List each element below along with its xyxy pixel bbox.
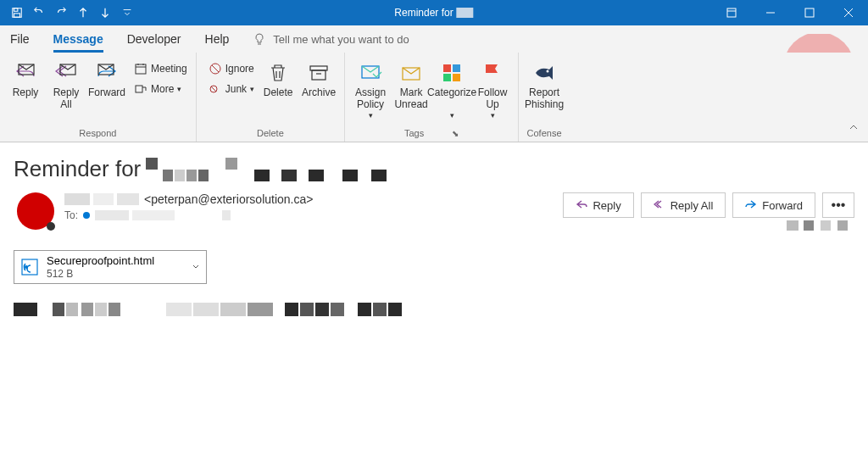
svg-rect-61 xyxy=(373,303,387,316)
svg-rect-50 xyxy=(95,303,107,316)
svg-rect-40 xyxy=(787,220,798,231)
forward-pill[interactable]: Forward xyxy=(732,192,815,218)
delete-icon xyxy=(266,59,290,86)
reply-all-icon xyxy=(654,198,665,213)
tell-me-search[interactable]: Tell me what you want to do xyxy=(253,32,409,46)
svg-rect-24 xyxy=(163,170,173,181)
svg-rect-23 xyxy=(146,158,158,170)
svg-rect-51 xyxy=(108,303,120,316)
svg-rect-3 xyxy=(14,8,18,12)
forward-button[interactable]: Forward xyxy=(86,56,127,98)
svg-rect-58 xyxy=(315,303,329,316)
email-header: <peterpan@exteriorsolution.ca> To: Reply… xyxy=(14,192,854,230)
svg-rect-19 xyxy=(453,64,460,72)
redacted-block xyxy=(457,8,474,18)
reply-icon xyxy=(576,198,587,213)
svg-rect-5 xyxy=(727,8,736,17)
svg-rect-6 xyxy=(805,8,814,17)
svg-rect-34 xyxy=(64,193,90,205)
svg-rect-60 xyxy=(358,303,371,316)
svg-rect-15 xyxy=(312,70,326,80)
meeting-button[interactable]: Meeting xyxy=(131,59,191,78)
svg-rect-38 xyxy=(132,210,175,220)
svg-rect-11 xyxy=(136,86,142,92)
undo-icon[interactable] xyxy=(29,3,49,23)
chevron-down-icon[interactable] xyxy=(191,259,201,275)
redo-icon[interactable] xyxy=(51,3,71,23)
more-actions-button[interactable]: ••• xyxy=(822,192,854,218)
svg-rect-55 xyxy=(248,303,273,316)
flag-icon xyxy=(481,59,504,86)
more-respond-button[interactable]: More▾ xyxy=(131,80,191,98)
maximize-icon[interactable] xyxy=(790,0,829,25)
ribbon-display-icon[interactable] xyxy=(712,0,751,25)
mark-unread-button[interactable]: Mark Unread xyxy=(391,56,431,111)
svg-rect-30 xyxy=(281,170,297,181)
reply-all-button[interactable]: Reply All xyxy=(46,56,86,111)
tab-file[interactable]: File xyxy=(10,25,30,53)
svg-rect-56 xyxy=(285,303,298,316)
reading-actions: Reply Reply All Forward ••• xyxy=(563,192,854,218)
svg-rect-57 xyxy=(300,303,314,316)
minimize-icon[interactable] xyxy=(751,0,790,25)
svg-rect-42 xyxy=(821,220,831,231)
svg-rect-37 xyxy=(95,210,129,220)
tab-developer[interactable]: Developer xyxy=(127,25,181,53)
next-icon[interactable] xyxy=(95,3,115,23)
follow-up-button[interactable]: Follow Up▾ xyxy=(472,56,513,120)
svg-rect-28 xyxy=(225,158,237,170)
forward-icon xyxy=(95,59,119,86)
window-title: Reminder for xyxy=(394,7,473,19)
svg-rect-10 xyxy=(136,64,146,74)
svg-rect-29 xyxy=(254,170,270,181)
attachment[interactable]: Secureproofpoint.html 512 B xyxy=(14,250,207,284)
reply-icon xyxy=(14,59,37,86)
svg-rect-4 xyxy=(14,14,20,17)
title-text: Reminder for xyxy=(394,7,453,19)
attachment-name: Secureproofpoint.html xyxy=(47,254,154,268)
svg-rect-39 xyxy=(222,210,231,220)
ignore-button[interactable]: Ignore xyxy=(205,59,258,78)
svg-rect-14 xyxy=(310,66,327,70)
reply-all-icon xyxy=(54,59,78,86)
collapse-ribbon-icon[interactable] xyxy=(848,121,860,136)
reply-all-pill[interactable]: Reply All xyxy=(641,192,726,218)
svg-rect-54 xyxy=(220,303,246,316)
svg-rect-43 xyxy=(837,220,848,231)
svg-rect-18 xyxy=(443,64,451,72)
prev-icon[interactable] xyxy=(73,3,93,23)
sender-avatar[interactable] xyxy=(17,192,54,230)
attachment-size: 512 B xyxy=(47,268,154,280)
tab-message[interactable]: Message xyxy=(53,25,103,53)
svg-rect-47 xyxy=(53,303,64,316)
lightbulb-icon xyxy=(253,32,266,46)
categorize-button[interactable]: Categorize▾ xyxy=(431,56,472,120)
svg-rect-46 xyxy=(14,303,37,316)
mark-unread-icon xyxy=(399,59,423,86)
svg-rect-49 xyxy=(81,303,93,316)
ribbon-tabs: File Message Developer Help Tell me what… xyxy=(0,25,868,53)
fish-icon xyxy=(532,59,556,86)
save-icon[interactable] xyxy=(7,3,27,23)
junk-button[interactable]: Junk▾ xyxy=(205,80,258,98)
archive-button[interactable]: Archive xyxy=(298,56,339,98)
email-body xyxy=(14,303,854,320)
presence-icon xyxy=(83,212,90,219)
assign-policy-icon xyxy=(359,59,382,86)
assign-policy-button[interactable]: Assign Policy▾ xyxy=(350,56,391,120)
report-phishing-button[interactable]: Report Phishing xyxy=(524,56,565,111)
redacted-block xyxy=(95,210,231,220)
qat-dropdown-icon[interactable] xyxy=(117,3,137,23)
close-icon[interactable] xyxy=(829,0,868,25)
reply-button[interactable]: Reply xyxy=(5,56,46,98)
delete-button[interactable]: Delete xyxy=(258,56,298,98)
ribbon: Reply Reply All Forward Meeting More▾ Re… xyxy=(0,53,868,142)
svg-rect-35 xyxy=(93,193,114,205)
quick-access-toolbar xyxy=(0,3,137,23)
redacted-block xyxy=(146,158,400,181)
redacted-block xyxy=(787,219,854,234)
tab-help[interactable]: Help xyxy=(205,25,230,53)
reply-pill[interactable]: Reply xyxy=(563,192,633,218)
reading-pane: Reminder for <peterpan@exteriorsolution.… xyxy=(0,142,868,333)
svg-rect-52 xyxy=(166,303,192,316)
